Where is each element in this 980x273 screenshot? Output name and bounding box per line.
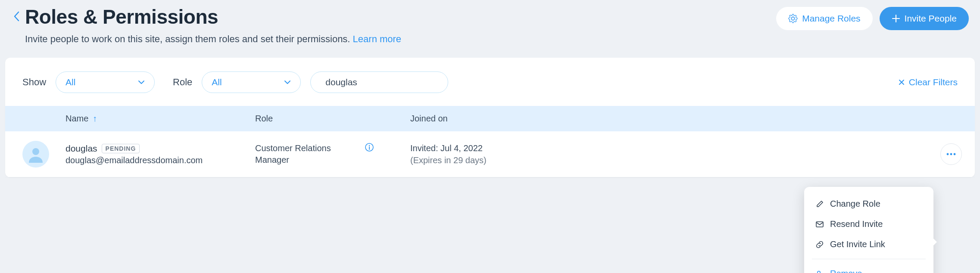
sort-ascending-icon: ↑ (93, 114, 97, 123)
search-input[interactable] (325, 77, 438, 87)
show-filter-dropdown[interactable]: All (56, 71, 155, 93)
chevron-left-icon (13, 11, 19, 22)
envelope-icon (815, 220, 824, 229)
menu-change-role[interactable]: Change Role (804, 194, 933, 214)
cell-role: Customer Relations Manager (255, 143, 410, 166)
invite-people-label: Invite People (905, 13, 957, 24)
role-label: Role (173, 77, 192, 88)
learn-more-link[interactable]: Learn more (353, 34, 402, 44)
filter-bar: Show All Role All Clear Filters (5, 58, 975, 106)
role-filter-value: All (212, 77, 222, 87)
menu-get-invite-link[interactable]: Get Invite Link (804, 234, 933, 254)
svg-point-8 (818, 271, 820, 273)
cell-joined: Invited: Jul 4, 2022 (Expires in 29 days… (410, 142, 626, 166)
table-header: Name ↑ Role Joined on (5, 106, 975, 131)
manage-roles-button[interactable]: Manage Roles (776, 7, 872, 30)
clear-filters-button[interactable]: Clear Filters (899, 77, 958, 87)
person-icon (27, 146, 44, 163)
clear-filters-label: Clear Filters (909, 77, 958, 87)
remove-user-icon (815, 270, 824, 273)
user-email: douglas@emailaddressdomain.com (66, 155, 255, 165)
cell-name: douglas PENDING douglas@emailaddressdoma… (66, 143, 255, 165)
subtitle-text: Invite people to work on this site, assi… (25, 34, 353, 44)
row-actions-button[interactable] (940, 143, 962, 165)
menu-divider (812, 259, 926, 259)
permissions-card: Show All Role All Clear Filters Name (5, 58, 975, 177)
invite-people-button[interactable]: Invite People (880, 7, 969, 30)
chevron-down-icon (138, 80, 145, 84)
role-filter-dropdown[interactable]: All (202, 71, 301, 93)
svg-point-3 (369, 145, 370, 146)
svg-point-6 (954, 153, 956, 155)
menu-resend-invite[interactable]: Resend Invite (804, 214, 933, 234)
expires-text: (Expires in 29 days) (410, 154, 626, 166)
svg-rect-7 (816, 222, 823, 227)
page-header: Roles & Permissions Invite people to wor… (0, 5, 980, 58)
invited-date: Invited: Jul 4, 2022 (410, 142, 626, 154)
avatar (22, 141, 49, 168)
role-text: Customer Relations Manager (255, 143, 359, 166)
info-icon[interactable] (365, 143, 374, 152)
close-icon (899, 79, 905, 85)
user-name: douglas (66, 143, 97, 154)
row-actions-menu: Change Role Resend Invite Get Invite Lin… (804, 187, 933, 273)
menu-remove[interactable]: Remove (804, 264, 933, 273)
svg-point-4 (947, 153, 949, 155)
column-header-name[interactable]: Name ↑ (22, 114, 255, 124)
show-label: Show (22, 77, 46, 88)
chevron-down-icon (284, 80, 291, 84)
svg-point-5 (950, 153, 952, 155)
page-subtitle: Invite people to work on this site, assi… (25, 34, 776, 45)
pencil-icon (815, 200, 824, 208)
search-box[interactable] (310, 71, 448, 93)
svg-point-1 (32, 148, 39, 155)
page-title: Roles & Permissions (25, 5, 776, 28)
gear-icon (788, 14, 798, 23)
show-filter-value: All (66, 77, 75, 87)
manage-roles-label: Manage Roles (802, 13, 860, 24)
more-icon (946, 153, 956, 155)
link-icon (815, 240, 824, 249)
column-header-role[interactable]: Role (255, 114, 410, 124)
status-badge: PENDING (102, 144, 140, 153)
column-header-joined[interactable]: Joined on (410, 114, 583, 124)
plus-icon (892, 14, 900, 23)
back-button[interactable] (8, 5, 25, 22)
table-row: douglas PENDING douglas@emailaddressdoma… (5, 131, 975, 177)
